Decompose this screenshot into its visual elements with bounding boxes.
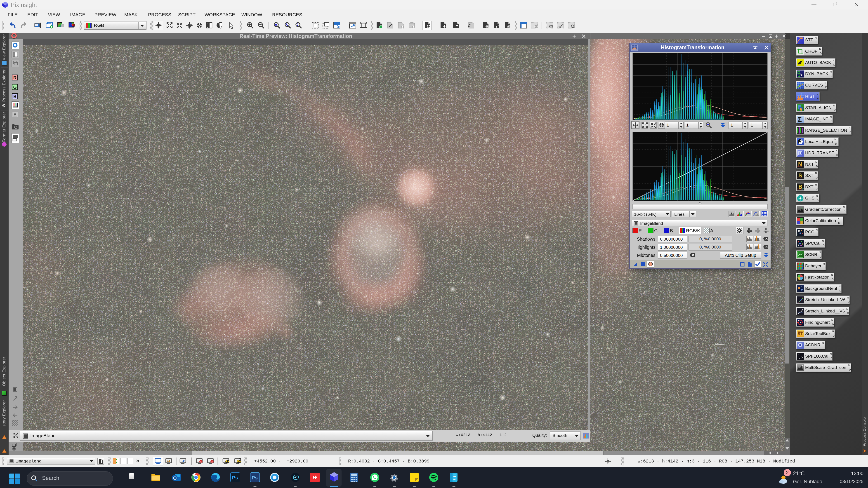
svg-text:O: O [173, 476, 177, 481]
svg-text:24: 24 [167, 459, 170, 463]
svg-text:Ps: Ps [232, 475, 238, 481]
svg-text:Ps: Ps [252, 475, 258, 481]
